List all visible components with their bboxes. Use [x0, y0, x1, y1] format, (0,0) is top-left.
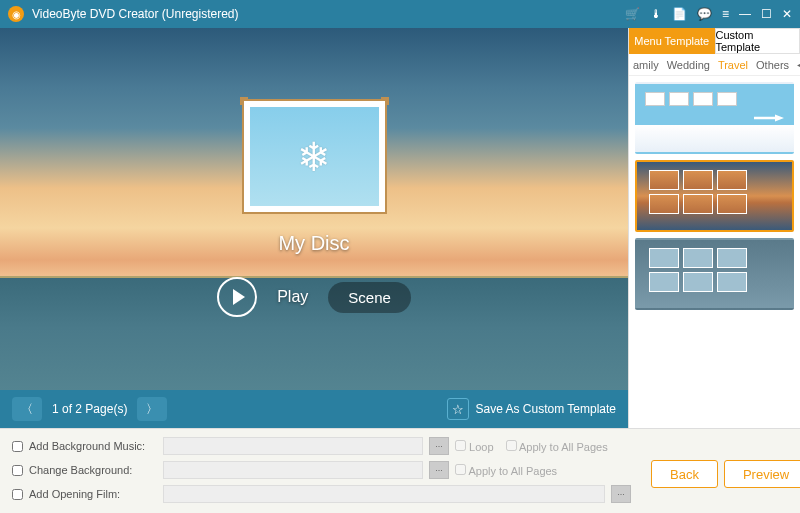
key-icon[interactable]: 🌡	[650, 7, 662, 21]
opening-film-checkbox[interactable]	[12, 489, 23, 500]
category-row: amily Wedding Travel Others ◀▶	[629, 54, 800, 76]
apply-all-bg-label: Apply to All Pages	[468, 465, 557, 477]
save-as-custom-template[interactable]: ☆ Save As Custom Template	[447, 398, 616, 420]
template-list	[629, 76, 800, 428]
disc-title[interactable]: My Disc	[278, 232, 349, 255]
page-indicator: 1 of 2 Page(s)	[52, 402, 127, 416]
tab-menu-template[interactable]: Menu Template	[629, 28, 715, 54]
category-travel[interactable]: Travel	[718, 59, 748, 71]
bg-music-label: Add Background Music:	[29, 440, 157, 452]
category-wedding[interactable]: Wedding	[667, 59, 710, 71]
scene-button[interactable]: Scene	[328, 282, 411, 313]
template-item-1[interactable]	[635, 82, 794, 154]
bg-music-input[interactable]	[163, 437, 423, 455]
opening-film-input[interactable]	[163, 485, 605, 503]
menu-thumbnail-frame[interactable]: ❄	[242, 99, 387, 214]
menu-icon[interactable]: ≡	[722, 7, 729, 21]
chat-icon[interactable]: 💬	[697, 7, 712, 21]
preview-area: ❄ My Disc Play Scene 〈 1 of 2 Page(s) 〉 …	[0, 28, 628, 428]
bg-music-checkbox[interactable]	[12, 441, 23, 452]
titlebar: ◉ VideoByte DVD Creator (Unregistered) 🛒…	[0, 0, 800, 28]
close-icon[interactable]: ✕	[782, 7, 792, 21]
category-others[interactable]: Others	[756, 59, 789, 71]
cart-icon[interactable]: 🛒	[625, 7, 640, 21]
loop-label: Loop	[469, 441, 493, 453]
preview-button[interactable]: Preview	[724, 460, 800, 488]
bottom-panel: Add Background Music: ··· Loop Apply to …	[0, 428, 800, 513]
play-label[interactable]: Play	[277, 288, 308, 306]
next-page-button[interactable]: 〉	[137, 397, 167, 421]
prev-page-button[interactable]: 〈	[12, 397, 42, 421]
app-logo-icon: ◉	[8, 6, 24, 22]
snowflake-icon: ❄	[297, 134, 331, 180]
loop-checkbox[interactable]	[455, 440, 466, 451]
minimize-icon[interactable]: —	[739, 7, 751, 21]
category-family[interactable]: amily	[633, 59, 659, 71]
apply-all-music-checkbox[interactable]	[506, 440, 517, 451]
apply-all-bg-checkbox[interactable]	[455, 464, 466, 475]
opening-film-label: Add Opening Film:	[29, 488, 157, 500]
file-icon[interactable]: 📄	[672, 7, 687, 21]
app-title: VideoByte DVD Creator (Unregistered)	[32, 7, 625, 21]
change-bg-input[interactable]	[163, 461, 423, 479]
template-item-2[interactable]	[635, 160, 794, 232]
change-bg-checkbox[interactable]	[12, 465, 23, 476]
change-bg-browse[interactable]: ···	[429, 461, 449, 479]
apply-all-music-label: Apply to All Pages	[519, 441, 608, 453]
play-button[interactable]	[217, 277, 257, 317]
save-template-label: Save As Custom Template	[475, 402, 616, 416]
star-icon: ☆	[447, 398, 469, 420]
opening-film-browse[interactable]: ···	[611, 485, 631, 503]
bg-music-browse[interactable]: ···	[429, 437, 449, 455]
change-bg-label: Change Background:	[29, 464, 157, 476]
tab-custom-template[interactable]: Custom Template	[715, 28, 801, 54]
template-item-3[interactable]	[635, 238, 794, 310]
pager-bar: 〈 1 of 2 Page(s) 〉 ☆ Save As Custom Temp…	[0, 390, 628, 428]
template-sidebar: Menu Template Custom Template amily Wedd…	[628, 28, 800, 428]
maximize-icon[interactable]: ☐	[761, 7, 772, 21]
back-button[interactable]: Back	[651, 460, 718, 488]
